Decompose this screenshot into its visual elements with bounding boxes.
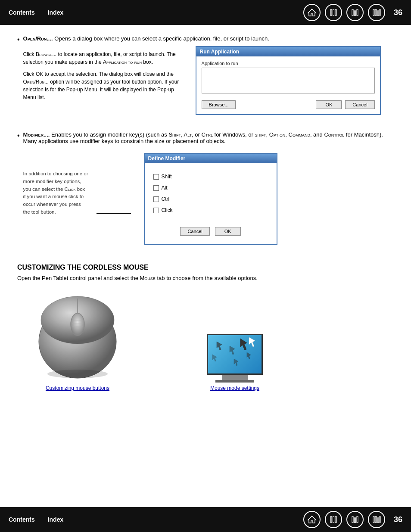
shift-checkbox-row: Shift (153, 174, 268, 180)
modifier-cancel-button[interactable]: Cancel (180, 227, 209, 236)
svg-rect-1 (330, 9, 332, 16)
modifier-desc: Enables you to assign modifier key(s) (s… (23, 131, 383, 144)
monitor-arrows-svg (208, 335, 262, 373)
svg-rect-9 (377, 11, 379, 16)
svg-rect-28 (333, 516, 334, 523)
run-dialog-buttons: Browse... OK Cancel (202, 98, 375, 110)
images-row: Customizing mouse buttons (17, 290, 394, 391)
bullet-dot-2: • (17, 132, 20, 140)
ok-button[interactable]: OK (316, 100, 342, 109)
monitor-stand (222, 375, 248, 380)
customizing-intro: Open the Pen Tablet control panel and se… (17, 275, 394, 281)
click-checkbox-row: Click (153, 207, 268, 213)
monitor-screen (207, 334, 263, 375)
define-modifier-dialog: Define Modifier Shift Alt (144, 153, 277, 245)
modifier-section: • Modifier.... Enables you to assign mod… (17, 131, 394, 245)
svg-rect-34 (375, 516, 377, 523)
ctrl-checkbox-row: Ctrl (153, 196, 268, 202)
contents-link[interactable]: Contents (9, 9, 35, 16)
svg-rect-36 (380, 516, 380, 523)
alt-checkbox-row: Alt (153, 185, 268, 191)
open-run-desc: Opens a dialog box where you can select … (54, 35, 269, 42)
bottom-nav-bar: Contents Index (0, 507, 411, 532)
modifier-keyword: Modifier.... (23, 131, 50, 138)
svg-rect-29 (335, 516, 336, 523)
svg-marker-23 (212, 355, 217, 361)
svg-rect-8 (375, 9, 377, 16)
svg-rect-5 (354, 11, 355, 16)
bottom-page-number: 36 (394, 515, 402, 524)
svg-rect-6 (357, 9, 358, 16)
nav-icons (303, 4, 385, 21)
alt-label: Alt (162, 185, 168, 191)
svg-marker-19 (240, 339, 247, 350)
modifier-dialog-buttons: Cancel OK (153, 224, 268, 238)
monitor-caption[interactable]: Mouse mode settings (210, 385, 259, 391)
bottom-nav-links: Contents Index (9, 516, 63, 523)
open-run-section: • Open/Run.... Opens a dialog box where … (17, 35, 394, 115)
open-run-para1: Click Browse... to locate an application… (23, 50, 187, 66)
run-application-dialog: Run Application Application to run Brows… (196, 46, 381, 115)
customizing-section: CUSTOMIZING THE CORDLESS MOUSE Open the … (17, 264, 394, 391)
ctrl-checkbox[interactable] (153, 196, 159, 202)
svg-rect-10 (380, 9, 380, 16)
modifier-dialog-body: Shift Alt Ctrl (145, 163, 277, 244)
modifier-ok-button[interactable]: OK (215, 227, 241, 236)
application-input[interactable] (202, 68, 375, 93)
modifier-side-note: In addition to choosing one or more modi… (23, 170, 118, 216)
svg-marker-21 (230, 346, 235, 355)
index-link[interactable]: Index (48, 9, 64, 16)
browse-button[interactable]: Browse... (202, 100, 236, 109)
page-number: 36 (394, 8, 402, 17)
svg-marker-24 (234, 359, 238, 366)
svg-rect-35 (377, 518, 379, 523)
cancel-button[interactable]: Cancel (345, 100, 374, 109)
modifier-dialog-box: Define Modifier Shift Alt (144, 153, 277, 245)
svg-rect-33 (373, 516, 374, 523)
svg-point-18 (47, 370, 108, 378)
arrow-line (97, 213, 131, 214)
bottom-bars-icon-1[interactable] (325, 511, 342, 528)
main-content: • Open/Run.... Opens a dialog box where … (0, 25, 411, 401)
modifier-title: Modifier.... Enables you to assign modif… (23, 131, 394, 144)
modifier-titlebar: Define Modifier (145, 154, 277, 163)
svg-point-14 (71, 313, 84, 336)
bullet-dot-1: • (17, 36, 20, 44)
open-run-para2: Click OK to accept the selection. The di… (23, 70, 187, 101)
shift-checkbox[interactable] (153, 174, 159, 180)
svg-rect-3 (335, 9, 336, 16)
top-nav-links: Contents Index (9, 9, 63, 16)
bottom-bars-icon-2[interactable] (346, 511, 364, 528)
alt-checkbox[interactable] (153, 185, 159, 191)
svg-rect-31 (354, 518, 355, 523)
svg-rect-2 (333, 9, 334, 16)
bottom-bars-icon-3[interactable] (368, 511, 385, 528)
bottom-nav-icons (303, 511, 385, 528)
bars-icon-3[interactable] (368, 4, 385, 21)
bars-icon-2[interactable] (346, 4, 364, 21)
mouse-svg (24, 290, 131, 383)
mouse-caption[interactable]: Customizing mouse buttons (46, 385, 109, 391)
bottom-contents-link[interactable]: Contents (9, 516, 35, 523)
open-run-title: Open/Run.... Opens a dialog box where yo… (23, 35, 394, 42)
svg-rect-30 (352, 516, 353, 523)
svg-marker-25 (249, 337, 255, 347)
svg-marker-26 (308, 516, 316, 523)
ctrl-label: Ctrl (162, 196, 170, 202)
run-application-body: Application to run Browse... OK Cancel (196, 56, 380, 114)
click-checkbox[interactable] (153, 208, 159, 213)
shift-label: Shift (162, 174, 172, 180)
mouse-illustration-area: Customizing mouse buttons (17, 290, 138, 391)
svg-marker-20 (217, 342, 222, 350)
top-nav-bar: Contents Index (0, 0, 411, 25)
bottom-index-link[interactable]: Index (48, 516, 64, 523)
click-label: Click (162, 207, 173, 213)
svg-marker-22 (247, 352, 251, 359)
bottom-home-icon[interactable] (303, 511, 321, 528)
svg-rect-7 (373, 9, 374, 16)
bars-icon-1[interactable] (325, 4, 342, 21)
customizing-heading: CUSTOMIZING THE CORDLESS MOUSE (17, 264, 394, 271)
home-icon[interactable] (303, 4, 321, 21)
monitor-illustration-area: Mouse mode settings (207, 334, 263, 391)
run-application-titlebar: Run Application (196, 47, 380, 56)
